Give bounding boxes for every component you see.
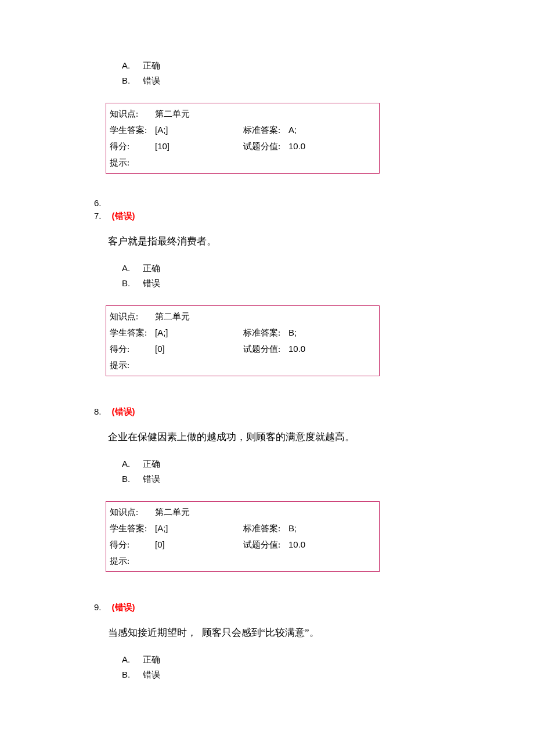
question-7-header: 7. (错误) (94, 210, 534, 222)
label-standard-answer: 标准答案: (243, 325, 288, 341)
label-hint: 提示: (110, 357, 155, 373)
option-a: A. 正确 (122, 261, 534, 276)
label-student-answer: 学生答案: (110, 122, 155, 138)
option-letter: A. (122, 456, 143, 471)
value-knowledge: 第二单元 (155, 308, 243, 325)
row-answers: 学生答案: [A;] 标准答案: B; (110, 325, 376, 341)
label-student-answer: 学生答案: (110, 325, 155, 341)
value-knowledge: 第二单元 (155, 504, 243, 520)
question-number: 6. (94, 197, 102, 210)
value-full-score: 10.0 (288, 537, 305, 553)
value-hint (155, 553, 243, 569)
value-student-answer: [A;] (155, 122, 243, 138)
option-a: A. 正确 (122, 58, 534, 73)
value-hint (155, 357, 243, 373)
question-number: 9. (94, 601, 102, 614)
option-a: A. 正确 (122, 652, 534, 667)
status-badge: (错误) (112, 601, 135, 614)
row-score: 得分: [0] 试题分值: 10.0 (110, 341, 376, 357)
value-student-answer: [A;] (155, 325, 243, 341)
answer-info-box: 知识点: 第二单元 学生答案: [A;] 标准答案: A; 得分: [10] 试… (106, 103, 380, 174)
row-knowledge: 知识点: 第二单元 (110, 504, 376, 520)
label-hint: 提示: (110, 154, 155, 171)
question-7: 7. (错误) 客户就是指最终消费者。 A. 正确 B. 错误 知识点: 第二单… (0, 210, 534, 376)
option-letter: B. (122, 471, 143, 487)
option-text: 错误 (143, 471, 160, 487)
value-full-score: 10.0 (288, 138, 305, 154)
option-letter: B. (122, 73, 143, 88)
row-score: 得分: [10] 试题分值: 10.0 (110, 138, 376, 154)
option-text: 错误 (143, 73, 160, 88)
row-knowledge: 知识点: 第二单元 (110, 106, 376, 122)
question-number: 8. (94, 405, 102, 418)
answer-info-box: 知识点: 第二单元 学生答案: [A;] 标准答案: B; 得分: [0] 试题… (106, 305, 380, 376)
status-badge: (错误) (112, 405, 135, 418)
option-letter: A. (122, 652, 143, 667)
label-standard-answer: 标准答案: (243, 122, 288, 138)
option-a: A. 正确 (122, 456, 534, 471)
option-b: B. 错误 (122, 73, 534, 88)
question-9: 9. (错误) 当感知接近期望时， 顾客只会感到“比较满意”。 A. 正确 B.… (0, 601, 534, 682)
answer-info-box: 知识点: 第二单元 学生答案: [A;] 标准答案: B; 得分: [0] 试题… (106, 501, 380, 572)
options-list: A. 正确 B. 错误 (122, 261, 534, 291)
label-full-score: 试题分值: (243, 341, 288, 357)
option-letter: B. (122, 667, 143, 682)
label-full-score: 试题分值: (243, 537, 288, 553)
document-page: A. 正确 B. 错误 知识点: 第二单元 学生答案: [A;] 标准答案: A… (0, 0, 534, 756)
label-knowledge: 知识点: (110, 504, 155, 520)
question-6-number-line: 6. (94, 197, 534, 210)
question-9-header: 9. (错误) (94, 601, 534, 614)
option-b: B. 错误 (122, 276, 534, 291)
question-text: 当感知接近期望时， 顾客只会感到“比较满意”。 (108, 624, 534, 642)
value-score: [0] (155, 537, 243, 553)
option-letter: A. (122, 58, 143, 73)
value-standard-answer: B; (288, 325, 297, 341)
label-full-score: 试题分值: (243, 138, 288, 154)
option-b: B. 错误 (122, 667, 534, 682)
value-score: [10] (155, 138, 243, 154)
label-knowledge: 知识点: (110, 308, 155, 325)
option-text: 错误 (143, 667, 160, 682)
label-score: 得分: (110, 138, 155, 154)
row-hint: 提示: (110, 553, 376, 569)
label-hint: 提示: (110, 553, 155, 569)
question-text: 客户就是指最终消费者。 (108, 233, 534, 250)
option-text: 正确 (143, 456, 160, 471)
status-badge: (错误) (112, 210, 135, 222)
option-letter: B. (122, 276, 143, 291)
row-answers: 学生答案: [A;] 标准答案: A; (110, 122, 376, 138)
option-letter: A. (122, 261, 143, 276)
value-standard-answer: B; (288, 520, 297, 537)
question-8: 8. (错误) 企业在保健因素上做的越成功，则顾客的满意度就越高。 A. 正确 … (0, 405, 534, 572)
label-standard-answer: 标准答案: (243, 520, 288, 537)
value-knowledge: 第二单元 (155, 106, 243, 122)
value-hint (155, 154, 243, 171)
label-knowledge: 知识点: (110, 106, 155, 122)
option-text: 错误 (143, 276, 160, 291)
label-score: 得分: (110, 341, 155, 357)
value-score: [0] (155, 341, 243, 357)
label-score: 得分: (110, 537, 155, 553)
row-score: 得分: [0] 试题分值: 10.0 (110, 537, 376, 553)
question-number: 7. (94, 210, 102, 222)
question-8-header: 8. (错误) (94, 405, 534, 418)
row-knowledge: 知识点: 第二单元 (110, 308, 376, 325)
option-text: 正确 (143, 261, 160, 276)
option-b: B. 错误 (122, 471, 534, 487)
value-full-score: 10.0 (288, 341, 305, 357)
row-answers: 学生答案: [A;] 标准答案: B; (110, 520, 376, 537)
options-list: A. 正确 B. 错误 (122, 58, 534, 88)
value-student-answer: [A;] (155, 520, 243, 537)
question-text: 企业在保健因素上做的越成功，则顾客的满意度就越高。 (108, 429, 534, 446)
options-list: A. 正确 B. 错误 (122, 456, 534, 487)
row-hint: 提示: (110, 357, 376, 373)
option-text: 正确 (143, 652, 160, 667)
options-list: A. 正确 B. 错误 (122, 652, 534, 682)
label-student-answer: 学生答案: (110, 520, 155, 537)
option-text: 正确 (143, 58, 160, 73)
row-hint: 提示: (110, 154, 376, 171)
question-5-tail: A. 正确 B. 错误 知识点: 第二单元 学生答案: [A;] 标准答案: A… (0, 58, 534, 174)
value-standard-answer: A; (288, 122, 297, 138)
